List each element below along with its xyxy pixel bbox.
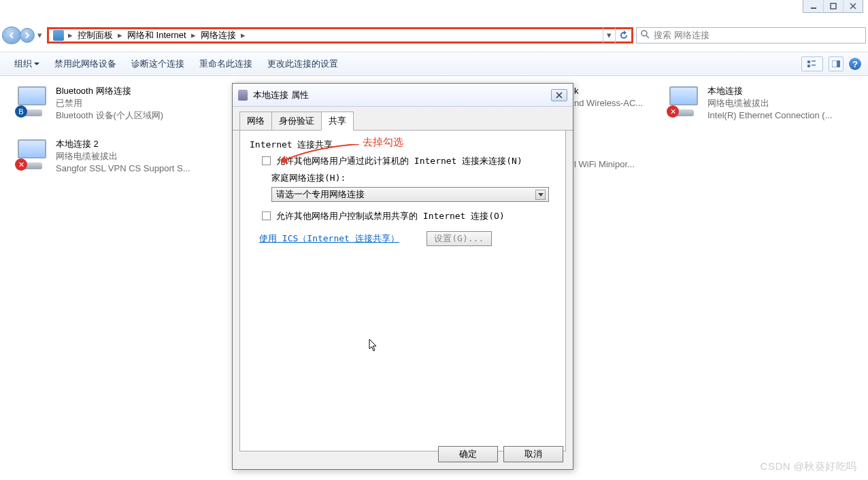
nav-buttons: ▾ [2,27,44,44]
ok-button[interactable]: 确定 [438,446,498,462]
connection-icon: ✕ [667,85,702,118]
dialog-title: 本地连接 属性 [253,89,309,101]
cancel-button[interactable]: 取消 [503,446,563,462]
dropdown-arrow-icon [535,190,546,200]
chevron-right-icon: ▸ [190,30,197,40]
svg-rect-4 [812,61,816,62]
connection-device: Sangfor SSL VPN CS Support S... [56,162,233,175]
home-connection-dropdown[interactable]: 请选一个专用网络连接 [271,187,549,202]
tab-panel-sharing: Internet 连接共享 去掉勾选 允许其他网络用户通过此计算机的 Inter… [239,131,566,451]
breadcrumb-item[interactable]: 网络和 Internet [124,29,190,41]
x-badge-icon: ✕ [15,158,27,171]
location-icon [53,30,64,41]
disable-device-button[interactable]: 禁用此网络设备 [47,54,124,73]
breadcrumb-item[interactable]: 控制面板 [74,29,116,41]
chevron-right-icon: ▸ [116,30,124,40]
view-options-button[interactable] [801,56,823,71]
watermark: CSDN @秋葵好吃吗 [761,460,857,473]
svg-rect-6 [812,65,816,66]
search-icon [641,30,650,41]
option-allow-control[interactable]: 允许其他网络用户控制或禁用共享的 Internet 连接(O) [262,210,556,222]
svg-point-2 [641,31,647,36]
organize-menu[interactable]: 组织 [7,54,47,73]
close-button[interactable] [843,0,863,12]
rename-button[interactable]: 重命名此连接 [192,54,260,73]
tab-row: 网络 身份验证 共享 [233,107,573,131]
help-button[interactable]: ? [849,58,861,70]
tab-authentication[interactable]: 身份验证 [271,112,322,131]
chevron-right-icon: ▸ [239,30,247,40]
connection-title: 本地连接 2 [56,138,233,150]
refresh-button[interactable] [615,28,631,43]
connection-item[interactable]: ✕ 本地连接 网络电缆被拔出 Intel(R) Ethernet Connect… [667,85,864,122]
checkbox[interactable] [262,156,271,165]
connection-item[interactable]: ✕ 本地连接 2 网络电缆被拔出 Sangfor SSL VPN CS Supp… [15,138,233,175]
connection-item[interactable]: B Bluetooth 网络连接 已禁用 Bluetooth 设备(个人区域网) [15,85,233,122]
breadcrumb-dropdown[interactable]: ▾ [603,28,615,43]
connection-device: l WiFi Minipor... [574,158,663,171]
diagnose-button[interactable]: 诊断这个连接 [124,54,192,73]
tab-sharing[interactable]: 共享 [321,112,354,131]
connection-item[interactable]: l WiFi Minipor... [574,158,663,171]
dropdown-value: 请选一个专用网络连接 [276,188,365,201]
chevron-right-icon: ▸ [67,30,74,40]
svg-rect-5 [807,65,810,67]
command-bar: 组织 禁用此网络设备 诊断这个连接 重命名此连接 更改此连接的设置 ? [0,52,868,76]
dialog-close-button[interactable] [551,89,567,101]
back-button[interactable] [2,27,21,44]
option-label: 允许其他网络用户通过此计算机的 Internet 连接来连接(N) [276,155,522,167]
dialog-icon [238,90,248,101]
search-placeholder: 搜索 网络连接 [654,29,710,41]
annotation-label: 去掉勾选 [363,136,403,149]
connection-status: 网络电缆被拔出 [707,97,864,109]
address-bar: ▾ ▸ 控制面板 ▸ 网络和 Internet ▸ 网络连接 ▸ ▾ 搜索 网络… [2,25,866,45]
cursor-icon [369,339,378,354]
breadcrumb[interactable]: ▸ 控制面板 ▸ 网络和 Internet ▸ 网络连接 ▸ ▾ [47,27,633,44]
caret-down-icon [34,63,39,65]
home-connection-label: 家庭网络连接(H): [271,172,556,184]
change-settings-button[interactable]: 更改此连接的设置 [260,54,346,73]
connection-icon: B [15,85,50,118]
dialog-titlebar[interactable]: 本地连接 属性 [233,84,573,107]
tab-network[interactable]: 网络 [239,112,272,131]
connection-status: 网络电缆被拔出 [56,150,233,162]
maximize-button[interactable] [823,0,843,12]
checkbox[interactable] [262,211,271,220]
preview-pane-button[interactable] [829,56,844,71]
connection-status: 已禁用 [56,97,233,109]
svg-rect-3 [807,61,810,63]
search-input[interactable]: 搜索 网络连接 [636,27,866,44]
option-label: 允许其他网络用户控制或禁用共享的 Internet 连接(O) [276,210,505,222]
connection-item[interactable]: k nd Wireless-AC... [574,85,663,109]
option-allow-share[interactable]: 允许其他网络用户通过此计算机的 Internet 连接来连接(N) [262,155,556,167]
settings-button[interactable]: 设置(G)... [427,231,492,246]
connection-title: 本地连接 [707,85,864,97]
connection-device: Intel(R) Ethernet Connection (... [707,109,864,122]
connection-device: nd Wireless-AC... [574,97,663,109]
x-badge-icon: ✕ [667,105,679,118]
properties-dialog: 本地连接 属性 网络 身份验证 共享 Internet 连接共享 去掉勾选 允许… [232,83,573,470]
minimize-button[interactable] [803,0,823,12]
breadcrumb-item[interactable]: 网络连接 [197,29,239,41]
nav-history-dropdown[interactable]: ▾ [35,27,44,44]
forward-button[interactable] [20,28,35,43]
ics-link[interactable]: 使用 ICS（Internet 连接共享） [259,233,399,245]
svg-rect-1 [831,3,836,9]
window-controls [803,0,863,13]
bluetooth-badge-icon: B [15,105,27,118]
svg-rect-0 [811,7,816,9]
connection-title: Bluetooth 网络连接 [56,85,233,97]
connection-device: Bluetooth 设备(个人区域网) [56,109,233,122]
connection-title: k [574,85,663,97]
connection-icon: ✕ [15,138,50,171]
svg-rect-8 [837,61,840,67]
